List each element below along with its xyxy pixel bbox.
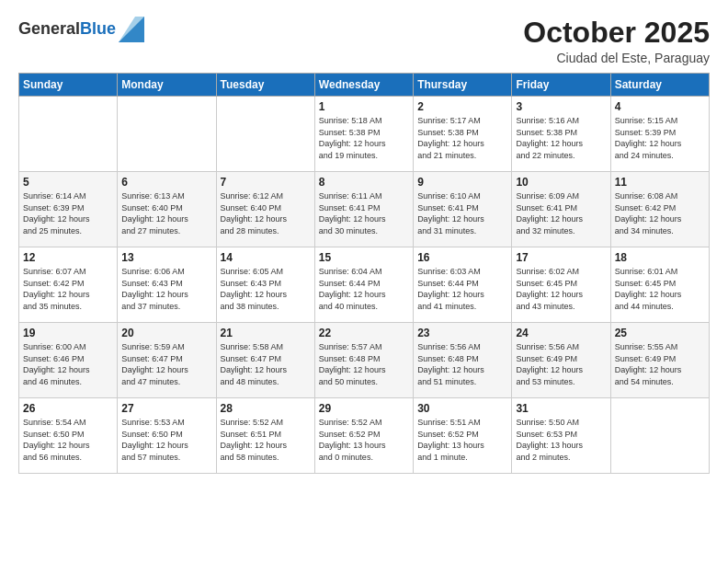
- calendar-cell: 12Sunrise: 6:07 AM Sunset: 6:42 PM Dayli…: [19, 247, 118, 323]
- day-number: 14: [221, 251, 311, 264]
- logo-blue: Blue: [80, 19, 116, 38]
- day-info: Sunrise: 5:52 AM Sunset: 6:52 PM Dayligh…: [319, 417, 409, 463]
- calendar-cell: [610, 398, 709, 474]
- day-number: 15: [319, 251, 409, 264]
- day-number: 18: [615, 251, 705, 264]
- calendar-cell: 8Sunrise: 6:11 AM Sunset: 6:41 PM Daylig…: [314, 172, 413, 247]
- calendar-cell: 21Sunrise: 5:58 AM Sunset: 6:47 PM Dayli…: [216, 323, 314, 398]
- day-info: Sunrise: 5:58 AM Sunset: 6:47 PM Dayligh…: [221, 341, 311, 387]
- header-monday: Monday: [118, 74, 216, 97]
- calendar-week-row: 19Sunrise: 6:00 AM Sunset: 6:46 PM Dayli…: [19, 323, 710, 398]
- header-saturday: Saturday: [610, 74, 709, 97]
- calendar-cell: 15Sunrise: 6:04 AM Sunset: 6:44 PM Dayli…: [314, 247, 413, 323]
- calendar-cell: 9Sunrise: 6:10 AM Sunset: 6:41 PM Daylig…: [414, 172, 512, 247]
- day-number: 23: [417, 327, 507, 339]
- day-info: Sunrise: 5:56 AM Sunset: 6:48 PM Dayligh…: [417, 341, 507, 387]
- day-number: 2: [417, 100, 507, 113]
- title-block: October 2025 Ciudad del Este, Paraguay: [523, 17, 710, 65]
- day-number: 24: [516, 327, 606, 339]
- day-number: 3: [516, 100, 606, 113]
- day-info: Sunrise: 5:18 AM Sunset: 5:38 PM Dayligh…: [319, 115, 409, 161]
- header-thursday: Thursday: [414, 74, 512, 97]
- calendar-cell: 14Sunrise: 6:05 AM Sunset: 6:43 PM Dayli…: [216, 247, 314, 323]
- calendar-cell: 25Sunrise: 5:55 AM Sunset: 6:49 PM Dayli…: [610, 323, 709, 398]
- month-title: October 2025: [523, 17, 710, 49]
- calendar-week-row: 1Sunrise: 5:18 AM Sunset: 5:38 PM Daylig…: [19, 97, 710, 172]
- calendar-cell: 3Sunrise: 5:16 AM Sunset: 5:38 PM Daylig…: [512, 97, 610, 172]
- logo: GeneralBlue: [18, 17, 144, 42]
- calendar-cell: 26Sunrise: 5:54 AM Sunset: 6:50 PM Dayli…: [19, 398, 118, 474]
- day-info: Sunrise: 6:11 AM Sunset: 6:41 PM Dayligh…: [319, 190, 409, 236]
- logo-general: General: [18, 19, 80, 38]
- calendar-cell: 22Sunrise: 5:57 AM Sunset: 6:48 PM Dayli…: [314, 323, 413, 398]
- day-number: 16: [417, 251, 507, 264]
- day-info: Sunrise: 6:02 AM Sunset: 6:45 PM Dayligh…: [516, 266, 606, 312]
- day-info: Sunrise: 6:08 AM Sunset: 6:42 PM Dayligh…: [615, 190, 705, 236]
- day-number: 4: [615, 100, 705, 113]
- logo-icon: [119, 17, 144, 42]
- day-info: Sunrise: 6:12 AM Sunset: 6:40 PM Dayligh…: [221, 190, 311, 236]
- calendar-week-row: 26Sunrise: 5:54 AM Sunset: 6:50 PM Dayli…: [19, 398, 710, 474]
- day-info: Sunrise: 5:56 AM Sunset: 6:49 PM Dayligh…: [516, 341, 606, 387]
- header-sunday: Sunday: [19, 74, 118, 97]
- calendar-cell: 20Sunrise: 5:59 AM Sunset: 6:47 PM Dayli…: [118, 323, 216, 398]
- day-number: 10: [516, 176, 606, 189]
- day-info: Sunrise: 6:09 AM Sunset: 6:41 PM Dayligh…: [516, 190, 606, 236]
- day-number: 19: [23, 327, 113, 339]
- day-number: 13: [121, 251, 211, 264]
- day-info: Sunrise: 6:06 AM Sunset: 6:43 PM Dayligh…: [121, 266, 211, 312]
- calendar-cell: 7Sunrise: 6:12 AM Sunset: 6:40 PM Daylig…: [216, 172, 314, 247]
- day-number: 1: [319, 100, 409, 113]
- day-number: 21: [221, 327, 311, 339]
- calendar-table: Sunday Monday Tuesday Wednesday Thursday…: [18, 73, 710, 474]
- day-number: 22: [319, 327, 409, 339]
- day-info: Sunrise: 5:59 AM Sunset: 6:47 PM Dayligh…: [121, 341, 211, 387]
- calendar-week-row: 5Sunrise: 6:14 AM Sunset: 6:39 PM Daylig…: [19, 172, 710, 247]
- calendar-cell: 24Sunrise: 5:56 AM Sunset: 6:49 PM Dayli…: [512, 323, 610, 398]
- calendar-cell: 28Sunrise: 5:52 AM Sunset: 6:51 PM Dayli…: [216, 398, 314, 474]
- header-friday: Friday: [512, 74, 610, 97]
- day-info: Sunrise: 5:50 AM Sunset: 6:53 PM Dayligh…: [516, 417, 606, 463]
- day-info: Sunrise: 6:14 AM Sunset: 6:39 PM Dayligh…: [23, 190, 113, 236]
- day-number: 7: [221, 176, 311, 189]
- day-info: Sunrise: 6:04 AM Sunset: 6:44 PM Dayligh…: [319, 266, 409, 312]
- day-number: 5: [23, 176, 113, 189]
- page-header: GeneralBlue October 2025 Ciudad del Este…: [18, 17, 710, 65]
- calendar-cell: [118, 97, 216, 172]
- day-info: Sunrise: 6:01 AM Sunset: 6:45 PM Dayligh…: [615, 266, 705, 312]
- calendar-cell: 2Sunrise: 5:17 AM Sunset: 5:38 PM Daylig…: [414, 97, 512, 172]
- calendar-cell: 18Sunrise: 6:01 AM Sunset: 6:45 PM Dayli…: [610, 247, 709, 323]
- day-info: Sunrise: 5:15 AM Sunset: 5:39 PM Dayligh…: [615, 115, 705, 161]
- day-info: Sunrise: 5:52 AM Sunset: 6:51 PM Dayligh…: [221, 417, 311, 463]
- calendar-cell: 29Sunrise: 5:52 AM Sunset: 6:52 PM Dayli…: [314, 398, 413, 474]
- header-wednesday: Wednesday: [314, 74, 413, 97]
- day-number: 30: [417, 402, 507, 415]
- day-info: Sunrise: 5:16 AM Sunset: 5:38 PM Dayligh…: [516, 115, 606, 161]
- header-tuesday: Tuesday: [216, 74, 314, 97]
- day-info: Sunrise: 5:54 AM Sunset: 6:50 PM Dayligh…: [23, 417, 113, 463]
- calendar-cell: 1Sunrise: 5:18 AM Sunset: 5:38 PM Daylig…: [314, 97, 413, 172]
- day-number: 29: [319, 402, 409, 415]
- calendar-page: GeneralBlue October 2025 Ciudad del Este…: [0, 0, 728, 563]
- day-number: 27: [121, 402, 211, 415]
- calendar-cell: 5Sunrise: 6:14 AM Sunset: 6:39 PM Daylig…: [19, 172, 118, 247]
- location-subtitle: Ciudad del Este, Paraguay: [523, 51, 710, 65]
- calendar-cell: 31Sunrise: 5:50 AM Sunset: 6:53 PM Dayli…: [512, 398, 610, 474]
- day-info: Sunrise: 6:10 AM Sunset: 6:41 PM Dayligh…: [417, 190, 507, 236]
- calendar-cell: 27Sunrise: 5:53 AM Sunset: 6:50 PM Dayli…: [118, 398, 216, 474]
- day-number: 17: [516, 251, 606, 264]
- day-number: 9: [417, 176, 507, 189]
- day-info: Sunrise: 5:55 AM Sunset: 6:49 PM Dayligh…: [615, 341, 705, 387]
- day-number: 26: [23, 402, 113, 415]
- day-info: Sunrise: 5:51 AM Sunset: 6:52 PM Dayligh…: [417, 417, 507, 463]
- day-info: Sunrise: 6:05 AM Sunset: 6:43 PM Dayligh…: [221, 266, 311, 312]
- day-info: Sunrise: 5:17 AM Sunset: 5:38 PM Dayligh…: [417, 115, 507, 161]
- calendar-cell: 6Sunrise: 6:13 AM Sunset: 6:40 PM Daylig…: [118, 172, 216, 247]
- day-info: Sunrise: 6:03 AM Sunset: 6:44 PM Dayligh…: [417, 266, 507, 312]
- calendar-week-row: 12Sunrise: 6:07 AM Sunset: 6:42 PM Dayli…: [19, 247, 710, 323]
- svg-marker-1: [119, 17, 144, 42]
- day-number: 8: [319, 176, 409, 189]
- calendar-cell: 10Sunrise: 6:09 AM Sunset: 6:41 PM Dayli…: [512, 172, 610, 247]
- day-info: Sunrise: 6:00 AM Sunset: 6:46 PM Dayligh…: [23, 341, 113, 387]
- calendar-cell: 17Sunrise: 6:02 AM Sunset: 6:45 PM Dayli…: [512, 247, 610, 323]
